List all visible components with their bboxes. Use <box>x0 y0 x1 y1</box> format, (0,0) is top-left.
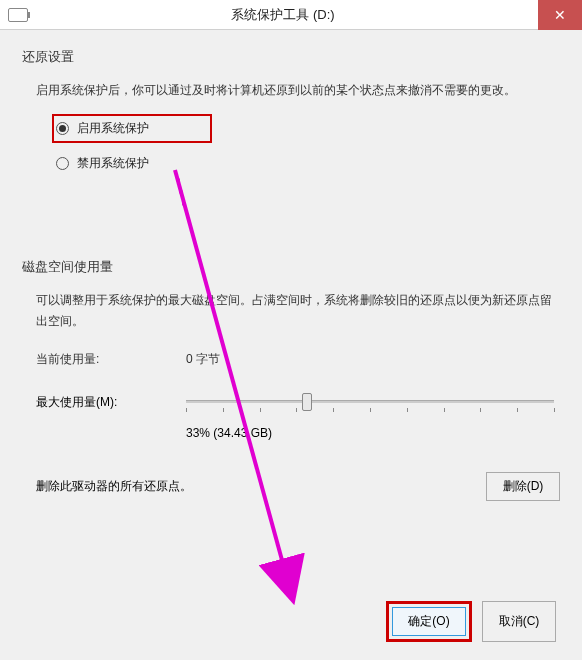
radio-disable-protection[interactable]: 禁用系统保护 <box>52 149 212 178</box>
current-usage-value: 0 字节 <box>186 351 220 368</box>
radio-disable-label: 禁用系统保护 <box>77 155 149 172</box>
disk-section-title: 磁盘空间使用量 <box>22 258 560 276</box>
delete-button[interactable]: 删除(D) <box>486 472 560 501</box>
slider-thumb[interactable] <box>302 393 312 411</box>
cancel-button[interactable]: 取消(C) <box>482 601 556 642</box>
close-icon: ✕ <box>554 7 566 23</box>
protection-radio-group: 启用系统保护 禁用系统保护 <box>52 114 560 178</box>
slider-track-line <box>186 400 554 403</box>
radio-icon <box>56 157 69 170</box>
titlebar: 系统保护工具 (D:) ✕ <box>0 0 582 30</box>
current-usage-label: 当前使用量: <box>36 351 186 368</box>
restore-description: 启用系统保护后，你可以通过及时将计算机还原到以前的某个状态点来撤消不需要的更改。 <box>36 80 560 100</box>
battery-icon <box>8 8 28 22</box>
dialog-footer: 确定(O) 取消(C) <box>386 601 556 642</box>
ok-button-highlight: 确定(O) <box>386 601 472 642</box>
radio-enable-protection[interactable]: 启用系统保护 <box>52 114 212 143</box>
close-button[interactable]: ✕ <box>538 0 582 30</box>
restore-section-title: 还原设置 <box>22 48 560 66</box>
radio-icon <box>56 122 69 135</box>
delete-restore-points-row: 删除此驱动器的所有还原点。 删除(D) <box>36 472 560 501</box>
max-usage-row: 最大使用量(M): <box>36 390 560 414</box>
ok-button[interactable]: 确定(O) <box>392 607 466 636</box>
window-title: 系统保护工具 (D:) <box>28 6 538 24</box>
dialog-content: 还原设置 启用系统保护后，你可以通过及时将计算机还原到以前的某个状态点来撤消不需… <box>0 30 582 660</box>
slider-value-text: 33% (34.43 GB) <box>186 426 560 440</box>
radio-enable-label: 启用系统保护 <box>77 120 149 137</box>
current-usage-row: 当前使用量: 0 字节 <box>36 351 560 368</box>
disk-usage-section: 磁盘空间使用量 可以调整用于系统保护的最大磁盘空间。占满空间时，系统将删除较旧的… <box>22 258 560 501</box>
max-usage-slider[interactable] <box>186 390 554 414</box>
disk-description: 可以调整用于系统保护的最大磁盘空间。占满空间时，系统将删除较旧的还原点以便为新还… <box>36 290 560 331</box>
delete-description: 删除此驱动器的所有还原点。 <box>36 478 192 495</box>
max-usage-label: 最大使用量(M): <box>36 394 186 411</box>
